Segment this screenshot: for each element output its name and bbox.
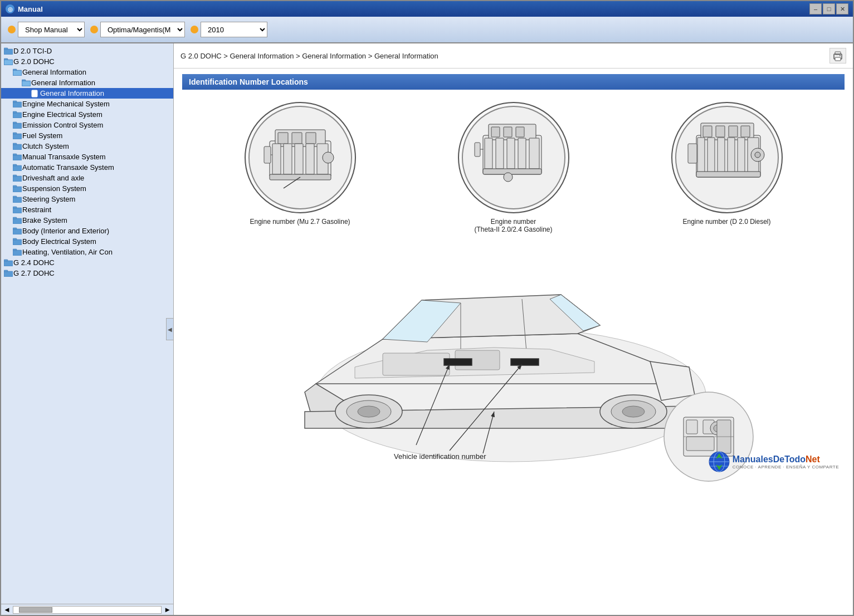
svg-rect-46 — [4, 260, 8, 261]
svg-rect-60 — [284, 144, 292, 174]
sidebar-item-body-elec[interactable]: Body Electrical System — [1, 236, 173, 247]
sidebar-item-d20tcid[interactable]: D 2.0 TCI-D — [1, 46, 173, 56]
sidebar-item-emission[interactable]: Emission Control System — [1, 120, 173, 130]
svg-rect-59 — [272, 144, 281, 174]
svg-rect-44 — [13, 249, 17, 251]
sidebar-collapse-button[interactable]: ◀ — [166, 318, 174, 340]
svg-rect-75 — [485, 138, 492, 169]
engine1-svg — [247, 105, 353, 211]
sidebar-item-body[interactable]: Body (Interior and Exterior) — [1, 226, 173, 236]
horizontal-scrollbar[interactable] — [13, 606, 162, 614]
svg-rect-36 — [13, 207, 17, 208]
svg-rect-16 — [13, 101, 17, 102]
svg-rect-30 — [13, 175, 17, 177]
sidebar-item-brake[interactable]: Brake System — [1, 215, 173, 226]
sidebar-item-fuel[interactable]: Fuel System — [1, 130, 173, 141]
sidebar-item-driveshaft[interactable]: Driveshaft and axle — [1, 173, 173, 183]
svg-rect-47 — [4, 271, 13, 277]
svg-rect-39 — [13, 229, 22, 234]
sidebar-label-d20tcid: D 2.0 TCI-D — [13, 47, 52, 55]
svg-rect-113 — [511, 359, 539, 365]
title-bar: ◎ Manual – □ ✕ — [1, 1, 853, 17]
svg-rect-27 — [13, 165, 22, 171]
window-controls[interactable]: – □ ✕ — [809, 3, 848, 14]
folder-icon-18 — [12, 248, 22, 256]
sidebar-label-brake: Brake System — [22, 216, 67, 224]
svg-rect-25 — [13, 155, 22, 160]
watermark-globe-icon — [708, 451, 730, 473]
sidebar-item-g24dohc[interactable]: G 2.4 DOHC — [1, 257, 173, 268]
print-button[interactable] — [829, 48, 846, 63]
engine3-circle — [671, 102, 783, 213]
sidebar-item-clutch[interactable]: Clutch System — [1, 141, 173, 151]
sidebar-label-g24dohc: G 2.4 DOHC — [13, 258, 55, 267]
sidebar-item-auto-trans[interactable]: Automatic Transaxle System — [1, 162, 173, 173]
content-area: G 2.0 DOHC > General Information > Gener… — [174, 43, 853, 615]
watermark: ManualesDeTodoNet CONOCE · APRENDE · ENS… — [708, 451, 839, 473]
svg-rect-32 — [13, 185, 17, 187]
engine2-circle — [458, 102, 569, 213]
svg-rect-50 — [835, 57, 841, 61]
svg-rect-91 — [697, 138, 705, 172]
maximize-button[interactable]: □ — [823, 3, 835, 14]
sidebar-label-steering: Steering System — [22, 195, 75, 203]
svg-rect-78 — [518, 138, 526, 169]
svg-rect-29 — [13, 176, 22, 182]
scroll-left-arrow[interactable]: ◄ — [3, 605, 11, 614]
section-title: Identification Number Locations — [182, 74, 845, 90]
model-select[interactable]: Optima/Magentis(M — [100, 22, 185, 37]
folder-icon-17 — [12, 238, 22, 246]
engine2-wrap: Engine number(Theta-II 2.0/2.4 Gasoline) — [458, 102, 569, 233]
year-select[interactable]: 2010 — [201, 22, 267, 37]
engine3-wrap: Engine number (D 2.0 Diesel) — [671, 102, 783, 226]
sidebar-item-heating[interactable]: Heating, Ventilation, Air Con — [1, 247, 173, 257]
svg-rect-43 — [13, 250, 22, 256]
svg-rect-62 — [306, 144, 314, 174]
svg-rect-100 — [688, 144, 697, 163]
minimize-button[interactable]: – — [809, 3, 822, 14]
svg-rect-79 — [529, 138, 539, 169]
sidebar-item-g27dohc[interactable]: G 2.7 DOHC — [1, 268, 173, 278]
svg-rect-87 — [703, 126, 712, 137]
scroll-right-arrow[interactable]: ► — [164, 605, 171, 614]
sidebar-tree: D 2.0 TCI-D G 2.0 DOHC General Informati… — [1, 43, 173, 604]
sidebar-item-engine-elec[interactable]: Engine Electrical System — [1, 109, 173, 120]
sidebar-item-general-info-3[interactable]: General Information — [1, 88, 173, 99]
content-body: Identification Number Locations — [174, 69, 853, 615]
sidebar-label-body-elec: Body Electrical System — [22, 237, 96, 246]
sidebar-label-fuel: Fuel System — [22, 131, 62, 140]
manual-type-select[interactable]: Shop Manual — [18, 22, 85, 37]
sidebar-label-suspension: Suspension System — [22, 184, 86, 193]
sidebar-label-g20dohc: G 2.0 DOHC — [13, 57, 55, 66]
print-icon — [832, 50, 843, 61]
svg-rect-48 — [4, 270, 8, 272]
sidebar-item-steering[interactable]: Steering System — [1, 194, 173, 204]
sidebar: D 2.0 TCI-D G 2.0 DOHC General Informati… — [1, 43, 174, 615]
svg-rect-0 — [4, 49, 13, 55]
app-icon: ◎ — [6, 4, 14, 13]
folder-icon-11 — [12, 174, 22, 182]
sidebar-label-heating: Heating, Ventilation, Air Con — [22, 248, 113, 256]
svg-rect-56 — [278, 133, 288, 144]
sidebar-item-general-info-1[interactable]: General Information — [1, 67, 173, 77]
svg-rect-4 — [4, 60, 12, 65]
svg-point-99 — [755, 152, 760, 158]
engine3-caption: Engine number (D 2.0 Diesel) — [682, 218, 770, 226]
toolbar: Shop Manual Optima/Magentis(M 2010 — [1, 17, 853, 43]
sidebar-item-suspension[interactable]: Suspension System — [1, 183, 173, 194]
close-button[interactable]: ✕ — [836, 3, 848, 14]
sidebar-label-g27dohc: G 2.7 DOHC — [13, 269, 55, 277]
svg-rect-95 — [738, 138, 745, 172]
svg-rect-26 — [13, 154, 17, 155]
engine2-svg — [461, 105, 567, 211]
sidebar-item-manual-trans[interactable]: Manual Transaxle System — [1, 151, 173, 162]
folder-open-icon-3 — [21, 79, 31, 87]
folder-icon-15 — [12, 217, 22, 224]
sidebar-item-general-info-2[interactable]: General Information — [1, 77, 173, 88]
scrollbar-thumb[interactable] — [19, 607, 52, 613]
sidebar-item-engine-mech[interactable]: Engine Mechanical System — [1, 99, 173, 109]
sidebar-item-g20dohc[interactable]: G 2.0 DOHC — [1, 56, 173, 67]
sidebar-item-restraint[interactable]: Restraint — [1, 204, 173, 215]
svg-rect-20 — [13, 122, 17, 124]
svg-rect-97 — [696, 172, 760, 177]
